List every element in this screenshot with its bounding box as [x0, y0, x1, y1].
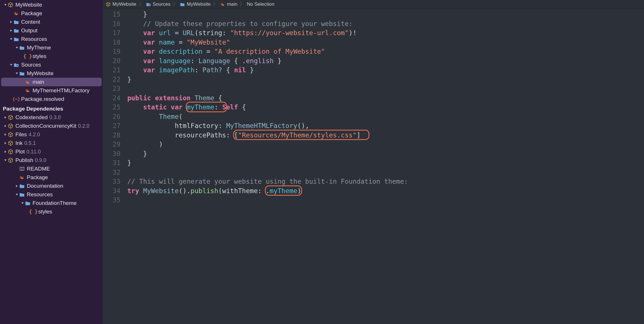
- breadcrumb-label: MyWebsite: [112, 1, 136, 7]
- breadcrumb-item[interactable]: No Selection: [247, 1, 274, 7]
- tree-item[interactable]: Resources: [1, 190, 102, 199]
- chevron-down-icon[interactable]: [9, 63, 13, 67]
- line-number: 16: [103, 19, 120, 29]
- tree-item-label: main: [33, 79, 44, 85]
- tree-item[interactable]: { }styles: [1, 52, 102, 61]
- dependency-item[interactable]: Codextended0.3.0: [1, 113, 102, 122]
- chevron-right-icon[interactable]: [3, 150, 7, 154]
- code-line[interactable]: static var myTheme: Self {: [127, 103, 644, 112]
- swift-icon: [25, 87, 31, 94]
- code-line[interactable]: }: [127, 10, 644, 19]
- dependency-item[interactable]: CollectionConcurrencyKit0.2.0: [1, 122, 102, 130]
- chevron-right-icon[interactable]: [3, 124, 7, 128]
- tree-item[interactable]: FoundationTheme: [1, 199, 102, 207]
- chevron-right-icon[interactable]: [9, 29, 13, 33]
- tree-item[interactable]: { }styles: [1, 207, 102, 216]
- breadcrumb-separator: 〉: [239, 1, 246, 7]
- code-line[interactable]: // Update these properties to configure …: [127, 19, 644, 29]
- project-navigator[interactable]: MyWebsitePackageContentOutputResourcesMy…: [0, 0, 103, 324]
- chevron-right-icon[interactable]: [3, 133, 7, 137]
- tree-item[interactable]: Resources: [1, 35, 102, 43]
- dependency-name: Plot: [15, 149, 25, 155]
- tree-item-label: Package: [21, 10, 42, 17]
- chevron-right-icon[interactable]: [3, 115, 7, 119]
- pkg-icon: [7, 123, 14, 129]
- pkg-icon: [7, 131, 14, 138]
- tree-item[interactable]: Package: [1, 9, 102, 18]
- line-number: 22: [103, 75, 120, 84]
- tree-item[interactable]: MyWebsite: [1, 69, 102, 78]
- code-area[interactable]: } // Update these properties to configur…: [124, 9, 644, 324]
- chevron-right-icon[interactable]: [3, 141, 7, 145]
- code-line[interactable]: var imagePath: Path? { nil }: [127, 65, 644, 75]
- breadcrumb-item[interactable]: MyWebsite: [180, 1, 211, 7]
- tree-item-label: Output: [21, 27, 37, 34]
- svg-point-3: [149, 4, 150, 5]
- code-line[interactable]: ): [127, 140, 644, 149]
- code-line[interactable]: var language: Language { .english }: [127, 56, 644, 66]
- code-line[interactable]: try MyWebsite().publish(withTheme: .myTh…: [127, 186, 644, 196]
- code-line[interactable]: Theme(: [127, 112, 644, 121]
- chevron-down-icon[interactable]: [15, 46, 19, 50]
- pkg-icon: [7, 114, 14, 121]
- tree-item-label: Content: [21, 19, 40, 25]
- line-number: 18: [103, 38, 120, 47]
- code-line[interactable]: // This will generate your website using…: [127, 177, 644, 186]
- code-line[interactable]: var description = "A description of MyWe…: [127, 47, 644, 56]
- tree-item-label: Package.resolved: [21, 96, 64, 102]
- code-line[interactable]: var name = "MyWebsite": [127, 38, 644, 47]
- code-line[interactable]: }: [127, 149, 644, 159]
- folder-icon: [19, 45, 25, 51]
- editor-panel: MyWebsite〉Sources〉MyWebsite〉main〉No Sele…: [103, 0, 644, 324]
- json-icon: {⋯}: [13, 96, 19, 102]
- line-number: 30: [103, 149, 120, 159]
- tree-item[interactable]: README: [1, 165, 102, 173]
- chevron-down-icon[interactable]: [3, 3, 7, 7]
- line-number: 27: [103, 121, 120, 131]
- breadcrumb-item[interactable]: MyWebsite: [106, 1, 136, 7]
- tree-item[interactable]: Package: [1, 173, 102, 182]
- tree-item-label: FoundationTheme: [33, 200, 77, 206]
- breadcrumb-item[interactable]: main: [220, 1, 238, 7]
- breadcrumb-label: MyWebsite: [187, 1, 211, 7]
- tree-item[interactable]: main: [1, 78, 102, 86]
- tree-item[interactable]: Output: [1, 26, 102, 35]
- tree-item-label: Package: [27, 174, 48, 181]
- chevron-down-icon[interactable]: [15, 193, 19, 197]
- code-line[interactable]: [127, 168, 644, 177]
- code-line[interactable]: [127, 195, 644, 205]
- chevron-down-icon[interactable]: [15, 71, 19, 75]
- tree-item[interactable]: MyThemeHTMLFactory: [1, 86, 102, 95]
- dependency-item[interactable]: Files4.2.0: [1, 130, 102, 139]
- code-line[interactable]: resourcePaths: ["Resources/MyTheme/style…: [127, 131, 644, 140]
- folder-icon: [25, 200, 31, 206]
- folder-gear-icon: [146, 2, 151, 7]
- pkg-icon: [7, 140, 14, 146]
- dependency-item[interactable]: Publish0.9.0: [1, 156, 102, 165]
- line-number: 25: [103, 103, 120, 112]
- breadcrumb[interactable]: MyWebsite〉Sources〉MyWebsite〉main〉No Sele…: [103, 0, 644, 9]
- folder-icon: [19, 70, 25, 77]
- code-line[interactable]: htmlFactory: MyThemeHTMLFactory(),: [127, 121, 644, 131]
- chevron-right-icon[interactable]: [9, 20, 13, 24]
- tree-item[interactable]: Sources: [1, 61, 102, 69]
- code-line[interactable]: }: [127, 75, 644, 84]
- tree-item[interactable]: Content: [1, 18, 102, 26]
- tree-item[interactable]: MyWebsite: [1, 1, 102, 9]
- code-line[interactable]: public extension Theme {: [127, 93, 644, 103]
- chevron-down-icon[interactable]: [9, 37, 13, 41]
- tree-item[interactable]: Documentation: [1, 182, 102, 190]
- breadcrumb-item[interactable]: Sources: [146, 1, 170, 7]
- code-line[interactable]: }: [127, 158, 644, 168]
- code-line[interactable]: var url = URL(string: "https://your-webs…: [127, 28, 644, 38]
- tree-item[interactable]: MyTheme: [1, 43, 102, 52]
- chevron-down-icon[interactable]: [3, 158, 7, 162]
- code-editor[interactable]: 1516171819202122232425262728293031323334…: [103, 9, 644, 324]
- dependency-item[interactable]: Plot0.11.0: [1, 147, 102, 156]
- dependency-item[interactable]: Ink0.5.1: [1, 139, 102, 147]
- chevron-down-icon[interactable]: [21, 201, 25, 205]
- tree-item[interactable]: {⋯}Package.resolved: [1, 95, 102, 103]
- chevron-right-icon[interactable]: [15, 184, 19, 188]
- code-line[interactable]: [127, 84, 644, 93]
- line-number: 15: [103, 10, 120, 19]
